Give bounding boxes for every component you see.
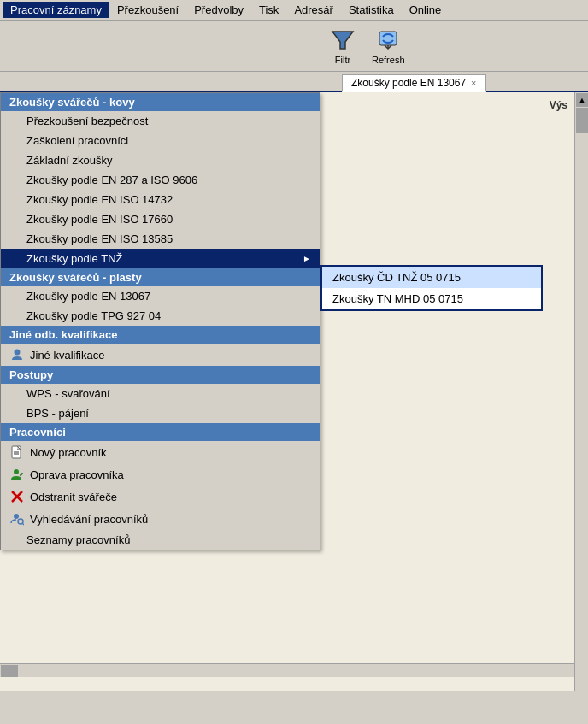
menu-oprava-pracovnika[interactable]: Oprava pracovníka [1, 463, 320, 486]
svg-point-2 [15, 350, 21, 356]
menu-seznamy-pracovniku[interactable]: Seznamy pracovníků [1, 530, 320, 550]
section-postupy: Postupy [1, 366, 320, 384]
section-plasty: Zkoušky svářečů - plasty [1, 268, 320, 286]
filtr-button[interactable]: Filtr [323, 24, 362, 68]
menu-adresar[interactable]: Adresář [287, 2, 340, 18]
section-jine-kval: Jiné odb. kvalifikace [1, 326, 320, 344]
menu-prezkouseni[interactable]: Přezkoušení [110, 2, 185, 18]
svg-point-6 [14, 469, 19, 474]
menu-statistika[interactable]: Statistika [342, 2, 401, 18]
svg-marker-0 [332, 32, 353, 49]
menu-novy-pracovnik[interactable]: Nový pracovník [1, 441, 320, 463]
menu-zkousky-tnz[interactable]: Zkoušky podle TNŽ ► [1, 249, 320, 268]
tabbar: Zkoušky podle EN 13067 × [0, 72, 588, 92]
menu-predvolby[interactable]: Předvolby [187, 2, 250, 18]
menu-tisk[interactable]: Tisk [252, 2, 285, 18]
menu-bps[interactable]: BPS - pájení [1, 403, 320, 423]
svg-point-11 [18, 519, 23, 524]
search-person-icon [9, 511, 25, 527]
menu-pracovni-zaznamy[interactable]: Pracovní záznamy [3, 2, 109, 18]
menu-wps[interactable]: WPS - svařování [1, 384, 320, 403]
refresh-icon [374, 26, 402, 54]
submenu-arrow-icon: ► [303, 254, 311, 263]
submenu-item-cd-tnz[interactable]: Zkoušky ČD TNŽ 05 0715 [322, 267, 541, 288]
section-pracovnici: Pracovníci [1, 423, 320, 441]
menu-prezkouseni-bezpecnost[interactable]: Přezkoušení bezpečnost [1, 111, 320, 131]
vertical-scrollbar[interactable]: ▲ [574, 92, 588, 691]
filtr-icon [329, 26, 356, 54]
menu-vyhledavani[interactable]: Vyhledávání pracovníků [1, 508, 320, 530]
svg-point-10 [14, 514, 19, 519]
content-area: ▲ Výs Zkoušky svářečů - kovy Přezkoušení… [0, 92, 588, 691]
tab-label: Zkoušky podle EN 13067 [351, 77, 466, 89]
dropdown-menu: Zkoušky svářečů - kovy Přezkoušení bezpe… [0, 92, 320, 550]
submenu-tnz: Zkoušky ČD TNŽ 05 0715 Zkoušky TN MHD 05… [320, 265, 543, 311]
filtr-label: Filtr [335, 55, 350, 65]
menu-odstranit-svarace[interactable]: Odstranit svářeče [1, 486, 320, 508]
menu-zkousky-en13585[interactable]: Zkoušky podle EN ISO 13585 [1, 229, 320, 249]
menu-zakladni-zkousky[interactable]: Základní zkoušky [1, 150, 320, 170]
refresh-button[interactable]: Refresh [366, 24, 411, 68]
menu-zkousky-en13067[interactable]: Zkoušky podle EN 13067 [1, 286, 320, 306]
refresh-label: Refresh [372, 55, 405, 65]
new-doc-icon [9, 444, 25, 460]
menu-online[interactable]: Online [403, 2, 449, 18]
tab-close-button[interactable]: × [471, 78, 476, 88]
svg-marker-7 [20, 473, 23, 476]
svg-line-12 [23, 524, 25, 526]
tab-zkoucky-en13067[interactable]: Zkoušky podle EN 13067 × [342, 74, 486, 92]
delete-icon [9, 489, 25, 504]
vys-label: Výs [550, 99, 567, 111]
submenu-item-tn-mhd[interactable]: Zkoušky TN MHD 05 0715 [322, 288, 541, 309]
menu-jine-kvalifikace[interactable]: Jiné kvalifikace [1, 344, 320, 366]
menu-zkousky-tpg[interactable]: Zkoušky podle TPG 927 04 [1, 306, 320, 326]
toolbar: Filtr Refresh [0, 21, 588, 72]
menu-zkousky-en287[interactable]: Zkoušky podle EN 287 a ISO 9606 [1, 170, 320, 190]
menu-zkousky-en17660[interactable]: Zkoušky podle EN ISO 17660 [1, 209, 320, 229]
menubar: Pracovní záznamy Přezkoušení Předvolby T… [0, 0, 588, 21]
edit-person-icon [9, 467, 25, 482]
menu-zaskoleni-pracovnici[interactable]: Zaškolení pracovníci [1, 131, 320, 150]
section-kovy: Zkoušky svářečů - kovy [1, 93, 320, 111]
menu-zkousky-en14732[interactable]: Zkoušky podle EN ISO 14732 [1, 190, 320, 209]
person-icon [9, 347, 25, 362]
